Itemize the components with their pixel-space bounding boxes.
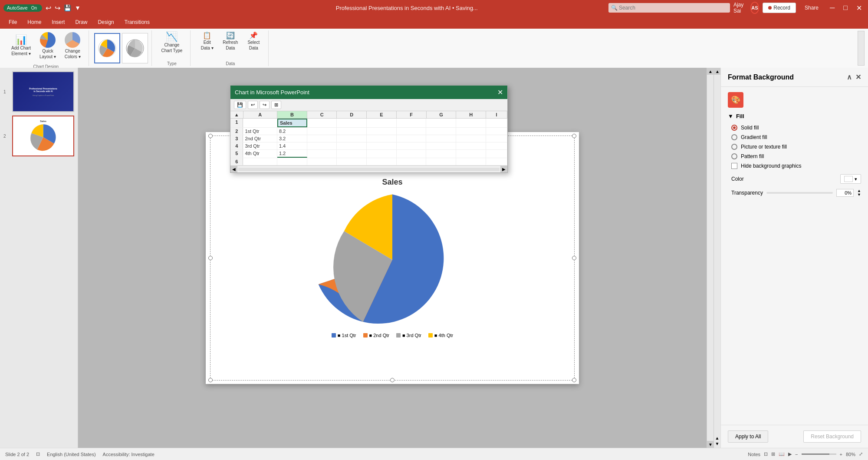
change-colors-button[interactable]: Change Colors ▾	[62, 30, 83, 61]
ss-cell-b2[interactable]: 8.2	[277, 128, 307, 135]
save-icon[interactable]: 💾	[64, 4, 71, 11]
ss-cell-c6[interactable]	[307, 158, 337, 165]
ss-cell-h1[interactable]	[456, 119, 486, 127]
ss-cell-i6[interactable]	[486, 158, 507, 165]
edit-data-button[interactable]: 📋 Edit Data ▾	[197, 30, 217, 52]
close-icon[interactable]: ✕	[854, 4, 865, 12]
chart-style-1[interactable]	[94, 33, 120, 63]
ss-cell-a2[interactable]: 1st Qtr	[243, 128, 277, 135]
search-input[interactable]	[608, 3, 730, 13]
col-header-i[interactable]: I	[486, 111, 507, 118]
format-panel-scrollbar[interactable]: ▲ ▲ ▼	[713, 68, 720, 448]
format-scroll-nav-down[interactable]: ▼	[715, 441, 720, 446]
transparency-down-icon[interactable]: ▼	[857, 193, 861, 197]
ss-cell-a1[interactable]	[243, 119, 277, 127]
hide-background-option[interactable]: Hide background graphics	[731, 163, 861, 169]
view-normal-icon[interactable]: ⊡	[764, 451, 768, 457]
ss-cell-c1[interactable]	[307, 119, 337, 127]
view-slide-sorter-icon[interactable]: ⊞	[771, 451, 775, 457]
ss-cell-g2[interactable]	[426, 128, 456, 135]
share-button[interactable]: Share	[799, 3, 824, 13]
scroll-up-btn[interactable]: ▲	[707, 68, 714, 75]
ss-cell-f2[interactable]	[397, 128, 427, 135]
apply-to-all-button[interactable]: Apply to All	[728, 430, 768, 443]
ss-redo-button[interactable]: ↪	[260, 101, 270, 109]
autosave-toggle[interactable]: On	[30, 5, 39, 11]
ss-cell-b6[interactable]	[277, 158, 307, 165]
fill-section-header[interactable]: ▼ Fill	[728, 113, 861, 119]
ss-cell-h5[interactable]	[456, 150, 486, 158]
format-scroll-track[interactable]	[714, 75, 720, 434]
tab-home[interactable]: Home	[22, 17, 46, 27]
zoom-in-icon[interactable]: +	[840, 452, 842, 457]
ss-scroll-track[interactable]	[238, 168, 500, 171]
format-panel-close-icon[interactable]: ✕	[855, 73, 861, 81]
ss-cell-e6[interactable]	[367, 158, 397, 165]
ss-cell-f1[interactable]	[397, 119, 427, 127]
ss-cell-i1[interactable]	[486, 119, 507, 127]
ss-cell-h2[interactable]	[456, 128, 486, 135]
ss-cell-d4[interactable]	[337, 142, 367, 149]
ss-cell-a4[interactable]: 3rd Qtr	[243, 142, 277, 149]
ss-cell-i4[interactable]	[486, 142, 507, 149]
ss-scroll-left[interactable]: ◀	[230, 166, 237, 173]
ss-cell-d5[interactable]	[337, 150, 367, 158]
ss-cell-e3[interactable]	[367, 135, 397, 142]
col-header-a[interactable]: A	[243, 111, 278, 118]
tab-file[interactable]: File	[3, 17, 22, 27]
slide-1-thumb[interactable]: Professional Presentationsin Seconds wit…	[12, 71, 74, 112]
ss-cell-g4[interactable]	[426, 142, 456, 149]
ss-cell-a5[interactable]: 4th Qtr	[243, 150, 277, 158]
refresh-data-button[interactable]: 🔄 Refresh Data	[220, 30, 240, 52]
hide-background-checkbox[interactable]	[731, 163, 737, 169]
format-panel-collapse-icon[interactable]: ∧	[847, 73, 852, 81]
ss-cell-f6[interactable]	[397, 158, 427, 165]
tab-design[interactable]: Design	[92, 17, 119, 27]
view-reading-icon[interactable]: 📖	[779, 451, 785, 457]
ss-cell-e1[interactable]	[367, 119, 397, 127]
notes-button[interactable]: Notes	[748, 452, 760, 457]
view-slideshow-icon[interactable]: ▶	[788, 451, 792, 457]
gradient-fill-option[interactable]: Gradient fill	[731, 134, 861, 140]
ss-cell-e4[interactable]	[367, 142, 397, 149]
col-header-f[interactable]: F	[397, 111, 427, 118]
ss-cell-f4[interactable]	[397, 142, 427, 149]
minimize-icon[interactable]: ─	[827, 4, 837, 12]
quick-layout-button[interactable]: Quick Layout ▾	[37, 30, 59, 61]
ss-cell-a6[interactable]	[243, 158, 277, 165]
zoom-slider[interactable]	[802, 453, 836, 455]
scroll-track[interactable]	[707, 75, 713, 441]
ss-grid-button[interactable]: ⊞	[271, 101, 281, 109]
format-scroll-nav-up[interactable]: ▲	[715, 436, 720, 440]
ss-cell-d3[interactable]	[337, 135, 367, 142]
ss-cell-c2[interactable]	[307, 128, 337, 135]
color-picker-button[interactable]: ▾	[840, 174, 861, 184]
ss-scroll-right[interactable]: ▶	[500, 166, 507, 173]
transparency-value[interactable]: 0%	[836, 189, 854, 197]
ss-cell-e5[interactable]	[367, 150, 397, 158]
ss-cell-e2[interactable]	[367, 128, 397, 135]
ss-cell-g6[interactable]	[426, 158, 456, 165]
ss-save-button[interactable]: 💾	[234, 101, 246, 109]
ss-cell-d1[interactable]	[337, 119, 367, 127]
canvas-vscrollbar[interactable]: ▲ ▼	[707, 68, 713, 448]
solid-fill-option[interactable]: Solid fill	[731, 125, 861, 131]
ss-cell-h6[interactable]	[456, 158, 486, 165]
col-header-e[interactable]: E	[367, 111, 397, 118]
picture-texture-option[interactable]: Picture or texture fill	[731, 144, 861, 150]
ss-cell-b3[interactable]: 3.2	[277, 135, 307, 142]
ss-cell-h3[interactable]	[456, 135, 486, 142]
scroll-down-btn[interactable]: ▼	[707, 441, 714, 448]
pattern-fill-radio[interactable]	[731, 153, 737, 159]
ss-cell-g5[interactable]	[426, 150, 456, 158]
ss-cell-d6[interactable]	[337, 158, 367, 165]
slide-2-thumb[interactable]: Sales	[12, 116, 74, 156]
pattern-fill-option[interactable]: Pattern fill	[731, 153, 861, 159]
redo-icon[interactable]: ↪	[55, 4, 60, 12]
col-header-b[interactable]: B	[277, 111, 307, 118]
ss-undo-button[interactable]: ↩	[248, 101, 258, 109]
ss-cell-g3[interactable]	[426, 135, 456, 142]
col-header-d[interactable]: D	[337, 111, 367, 118]
ss-cell-i2[interactable]	[486, 128, 507, 135]
add-chart-element-button[interactable]: 📊 Add Chart Element ▾	[9, 33, 33, 58]
